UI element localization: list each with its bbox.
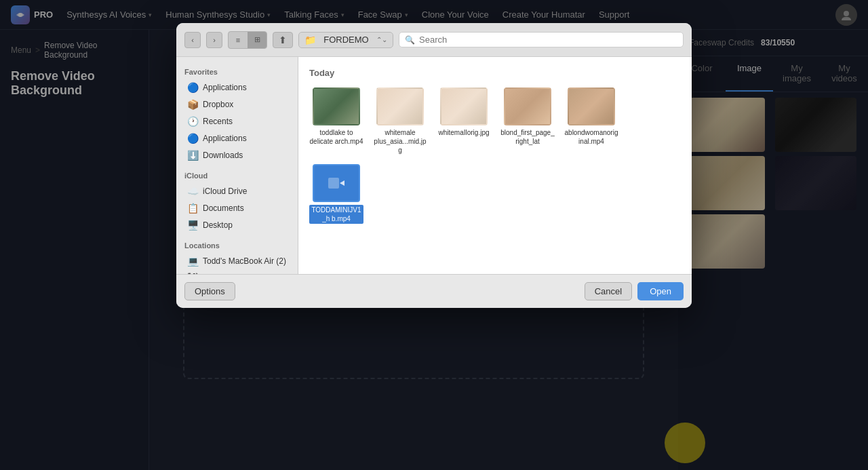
desktop-icon: 🖥️ [187, 220, 199, 231]
file-sidebar: Favorites 🔵 Applications 📦 Dropbox 🕐 Rec… [176, 57, 298, 274]
modal-overlay: ‹ › ≡ ⊞ ⬆ 📁 FORDEMO ⌃⌄ 🔍 [0, 0, 868, 470]
svg-marker-3 [340, 180, 344, 186]
icloud-section-title: iCloud [176, 169, 298, 182]
favorites-section-title: Favorites [176, 65, 298, 79]
recents-icon: 🕐 [187, 116, 199, 127]
locations-section-title: Locations [176, 239, 298, 252]
file-thumb-0 [313, 87, 360, 125]
view-toggle: ≡ ⊞ [228, 31, 267, 49]
applications-icon: 🔵 [187, 82, 199, 93]
forward-button[interactable]: › [206, 32, 222, 48]
dropdown-icon: ⌃⌄ [376, 36, 387, 43]
cursor-highlight [665, 423, 705, 463]
sidebar-item-documents[interactable]: 📋 Documents [179, 200, 295, 216]
grid-view-btn[interactable]: ⊞ [248, 32, 267, 48]
options-button[interactable]: Options [184, 282, 235, 300]
file-item-3[interactable]: blond_first_page_ right_lat [500, 87, 555, 155]
search-input[interactable] [419, 35, 677, 45]
modal-body: Favorites 🔵 Applications 📦 Dropbox 🕐 Rec… [176, 57, 692, 274]
file-label-4: ablondwomanorig inal.mp4 [564, 128, 618, 146]
file-item-5[interactable]: TODDAMINIJV1_h b.mp4 [309, 164, 363, 224]
sidebar-item-applications-2[interactable]: 🔵 Applications [179, 130, 295, 146]
sidebar-item-recents[interactable]: 🕐 Recents [179, 113, 295, 130]
file-thumb-5 [313, 164, 360, 202]
back-button[interactable]: ‹ [184, 32, 201, 48]
icloud-icon: ☁️ [187, 186, 199, 197]
applications-icon-2: 🔵 [187, 133, 199, 144]
footer-action-buttons: Cancel Open [585, 282, 684, 300]
file-thumb-3 [504, 87, 551, 125]
sidebar-item-applications-1[interactable]: 🔵 Applications [179, 79, 295, 96]
sidebar-item-macbook[interactable]: 💻 Todd's MacBook Air (2) [179, 253, 295, 269]
sidebar-item-dropbox[interactable]: 📦 Dropbox [179, 96, 295, 113]
open-button[interactable]: Open [637, 282, 684, 300]
folder-selector[interactable]: 📁 FORDEMO ⌃⌄ [298, 32, 393, 48]
documents-icon: 📋 [187, 203, 199, 214]
file-label-3: blond_first_page_ right_lat [500, 128, 555, 146]
file-item-4[interactable]: ablondwomanorig inal.mp4 [564, 87, 618, 155]
files-grid: toddlake to delicate arch.mp4 whitemale … [309, 87, 681, 224]
sidebar-item-desktop[interactable]: 🖥️ Desktop [179, 217, 295, 233]
file-content-area: Today toddlake to delicate arch.mp4 whit… [298, 57, 692, 274]
file-label-0: toddlake to delicate arch.mp4 [309, 128, 363, 146]
sidebar-item-macintosh-hd[interactable]: 💾 Macintosh HD [179, 270, 295, 274]
search-bar[interactable]: 🔍 [399, 32, 684, 47]
file-item-0[interactable]: toddlake to delicate arch.mp4 [309, 87, 363, 155]
file-label-1: whitemale plus_asia...mid.jpg [373, 128, 427, 155]
sidebar-item-icloud-drive[interactable]: ☁️ iCloud Drive [179, 183, 295, 199]
macbook-icon: 💻 [187, 256, 199, 267]
section-today-label: Today [309, 68, 681, 78]
file-label-5: TODDAMINIJV1_h b.mp4 [309, 205, 363, 224]
hd-icon: 💾 [187, 273, 199, 274]
file-thumb-4 [568, 87, 615, 125]
file-item-1[interactable]: whitemale plus_asia...mid.jpg [373, 87, 427, 155]
folder-icon: 📁 [304, 35, 316, 45]
modal-footer: Options Cancel Open [176, 274, 692, 308]
svg-rect-2 [328, 178, 339, 189]
search-icon: 🔍 [405, 35, 415, 45]
sidebar-item-downloads[interactable]: ⬇️ Downloads [179, 147, 295, 163]
list-view-btn[interactable]: ≡ [229, 32, 248, 48]
file-picker-modal: ‹ › ≡ ⊞ ⬆ 📁 FORDEMO ⌃⌄ 🔍 [176, 23, 692, 308]
downloads-icon: ⬇️ [187, 150, 199, 161]
file-thumb-1 [376, 87, 424, 125]
folder-name: FORDEMO [323, 35, 368, 45]
file-item-2[interactable]: whitemaIlorig.jpg [437, 87, 491, 155]
file-label-2: whitemaIlorig.jpg [438, 128, 489, 137]
modal-header: ‹ › ≡ ⊞ ⬆ 📁 FORDEMO ⌃⌄ 🔍 [176, 23, 692, 57]
file-thumb-2 [440, 87, 488, 125]
dropbox-icon: 📦 [187, 99, 199, 110]
share-button[interactable]: ⬆ [273, 32, 293, 48]
cancel-button[interactable]: Cancel [585, 282, 632, 300]
